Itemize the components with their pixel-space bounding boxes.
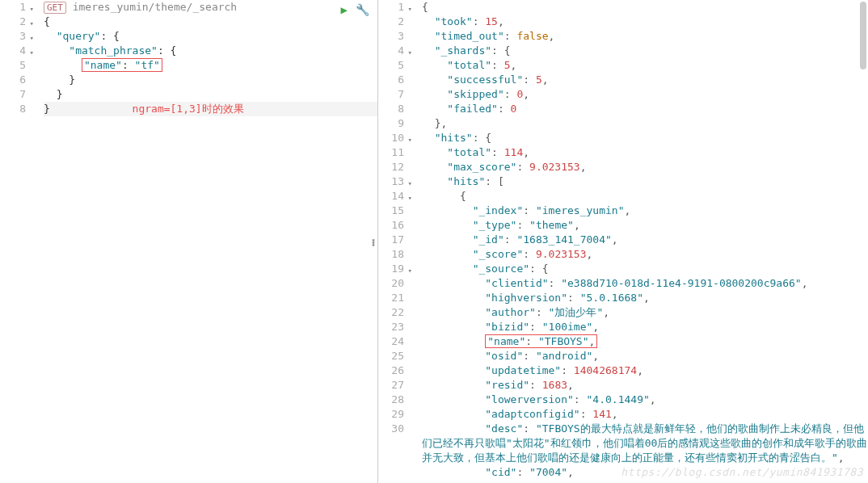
request-line-numbers: 1▾2▾3▾4▾5678 — [0, 0, 32, 483]
request-editor[interactable]: 1▾2▾3▾4▾5678 GET imeres_yumin/theme/_sea… — [0, 0, 377, 483]
request-code[interactable]: GET imeres_yumin/theme/_search{ "query":… — [32, 0, 377, 483]
request-panel: ▶ 🔧 1▾2▾3▾4▾5678 GET imeres_yumin/theme/… — [0, 0, 378, 483]
request-toolbar: ▶ 🔧 — [341, 3, 369, 16]
run-icon[interactable]: ▶ — [341, 3, 348, 16]
response-editor[interactable]: 1▾234▾5678910▾111213▾14▾1516171819▾20212… — [378, 0, 868, 483]
response-panel: 1▾234▾5678910▾111213▾14▾1516171819▾20212… — [378, 0, 868, 483]
wrench-icon[interactable]: 🔧 — [356, 3, 369, 16]
response-line-numbers: 1▾234▾5678910▾111213▾14▾1516171819▾20212… — [378, 0, 411, 483]
scrollbar[interactable] — [860, 2, 866, 69]
splitter-handle[interactable]: ••• — [369, 234, 378, 250]
watermark: https://blog.csdn.net/yumin841931783 — [621, 466, 863, 478]
response-code: { "took": 15, "timed_out": false, "_shar… — [411, 0, 868, 483]
